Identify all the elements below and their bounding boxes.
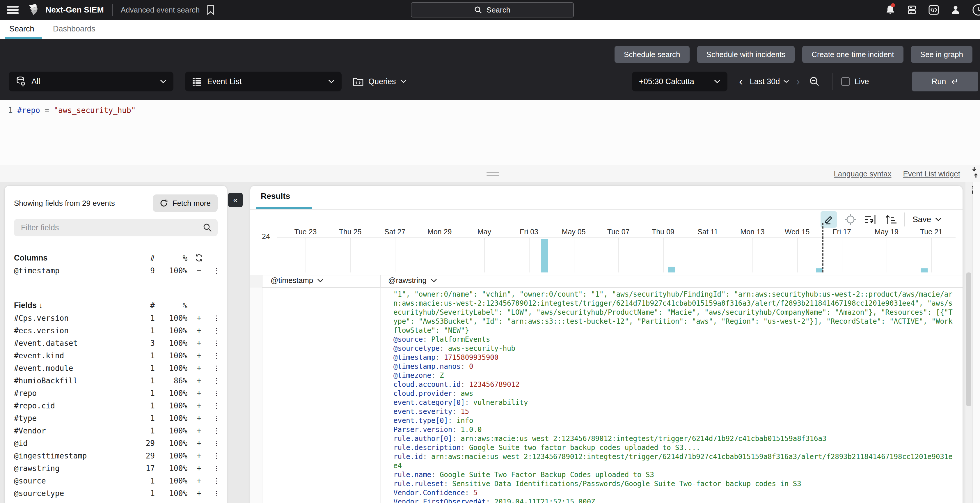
field-menu-icon[interactable]: ⋮: [211, 314, 222, 322]
field-menu-icon[interactable]: ⋮: [211, 364, 222, 372]
resize-handle[interactable]: [487, 172, 499, 178]
notifications-icon[interactable]: [885, 4, 896, 16]
field-menu-icon[interactable]: ⋮: [211, 267, 222, 275]
event-field-key[interactable]: cloud.account.id: [393, 380, 461, 388]
global-search-button[interactable]: Search: [411, 2, 574, 18]
field-name[interactable]: #event.kind: [14, 351, 129, 360]
field-name[interactable]: @source: [14, 476, 129, 485]
apps-stack-icon[interactable]: [907, 5, 917, 15]
event-field-key[interactable]: @sourcetype: [393, 344, 440, 352]
tab-search[interactable]: Search: [9, 24, 34, 33]
field-name[interactable]: #event.dataset: [14, 339, 129, 347]
field-name[interactable]: @timestamp.nanos: [14, 501, 129, 503]
event-field-key[interactable]: rule.id: [393, 453, 423, 461]
tab-results[interactable]: Results: [261, 191, 290, 201]
timezone-dropdown[interactable]: +05:30 Calcutta: [632, 72, 727, 91]
event-field-key[interactable]: event.category[0]: [393, 398, 465, 407]
filter-fields-input[interactable]: [20, 223, 203, 233]
collapse-vertical-icon[interactable]: [971, 167, 980, 178]
code-box-icon[interactable]: [928, 5, 939, 15]
field-menu-icon[interactable]: ⋮: [211, 464, 222, 473]
event-field-value[interactable]: PlatformEvents: [431, 335, 490, 344]
view-type-dropdown[interactable]: Event List: [185, 72, 342, 91]
event-field-value[interactable]: arn:aws:macie:us-west-2:123456789012:int…: [393, 453, 953, 470]
event-field-key[interactable]: rule.name: [393, 471, 431, 479]
fields-title[interactable]: Fields ↓: [14, 301, 129, 310]
schedule-search-button[interactable]: Schedule search: [614, 46, 690, 63]
sort-order-tool-button[interactable]: [885, 214, 897, 225]
sync-columns-icon[interactable]: [188, 253, 211, 262]
field-name[interactable]: #ecs.version: [14, 326, 129, 335]
event-field-value[interactable]: Google Suite two-factor backup codes upl…: [469, 444, 700, 452]
event-field-value[interactable]: 1.0.0: [461, 425, 482, 434]
save-dropdown-button[interactable]: Save: [913, 215, 942, 224]
event-field-value[interactable]: vulnerability: [473, 398, 528, 407]
field-menu-icon[interactable]: ⋮: [211, 326, 222, 335]
time-range-forward-button[interactable]: ›: [792, 72, 803, 91]
results-scrollbar-thumb[interactable]: [966, 272, 971, 406]
query-editor[interactable]: 1 #repo = "aws_security_hub": [0, 100, 980, 165]
add-column-button[interactable]: +: [188, 451, 211, 461]
field-menu-icon[interactable]: ⋮: [211, 489, 222, 497]
see-in-graph-button[interactable]: See in graph: [911, 46, 972, 63]
event-field-key[interactable]: @timezone: [393, 371, 431, 380]
field-name[interactable]: @rawstring: [14, 464, 129, 473]
chart-bar[interactable]: [921, 268, 928, 272]
chart-bar[interactable]: [541, 239, 548, 272]
add-column-button[interactable]: +: [188, 413, 211, 423]
tab-dashboards[interactable]: Dashboards: [53, 24, 95, 33]
remove-column-button[interactable]: −: [188, 266, 211, 275]
field-menu-icon[interactable]: ⋮: [211, 414, 222, 422]
event-field-key[interactable]: cloud.provider: [393, 390, 452, 398]
event-field-value[interactable]: Sensitive Data Identifications/Passwords…: [452, 480, 801, 488]
crowdstrike-logo-icon[interactable]: [27, 3, 40, 16]
event-field-value[interactable]: aws: [461, 390, 473, 398]
event-row-content[interactable]: "1", "owner:0/name": "vchin", "owner:0/c…: [393, 290, 953, 503]
add-column-button[interactable]: +: [188, 326, 211, 336]
field-menu-icon[interactable]: ⋮: [211, 427, 222, 435]
field-name[interactable]: @timestamp: [14, 266, 129, 275]
event-field-value[interactable]: aws-security-hub: [448, 344, 515, 352]
field-menu-icon[interactable]: ⋮: [211, 439, 222, 447]
add-column-button[interactable]: +: [188, 501, 211, 503]
add-column-button[interactable]: +: [188, 401, 211, 411]
event-field-key[interactable]: @timestamp.nanos: [393, 362, 461, 371]
event-field-key[interactable]: event.severity: [393, 407, 452, 415]
event-field-value[interactable]: info: [457, 417, 473, 425]
event-list-widget-link[interactable]: Event List widget: [903, 169, 960, 178]
event-field-value[interactable]: 123456789012: [469, 380, 519, 388]
event-field-value[interactable]: 5: [473, 489, 477, 497]
chart-bar[interactable]: [668, 267, 675, 272]
event-field-key[interactable]: rule.author[0]: [393, 435, 452, 443]
column-header-timestamp[interactable]: @timestamp: [270, 276, 324, 285]
user-profile-icon[interactable]: [950, 5, 961, 15]
event-field-key[interactable]: @source: [393, 335, 423, 344]
field-menu-icon[interactable]: ⋮: [211, 402, 222, 410]
run-button[interactable]: Run ↵: [912, 72, 978, 91]
event-field-key[interactable]: Vendor.FirstObservedAt: [393, 498, 486, 503]
field-menu-icon[interactable]: ⋮: [211, 339, 222, 347]
column-header-rawstring[interactable]: @rawstring: [388, 276, 437, 285]
add-column-button[interactable]: +: [188, 338, 211, 348]
time-range-dropdown[interactable]: Last 30d: [750, 77, 789, 86]
repository-filter-dropdown[interactable]: All: [9, 72, 173, 91]
chart-selection-marker[interactable]: [822, 223, 824, 272]
field-name[interactable]: #event.module: [14, 364, 129, 372]
field-name[interactable]: #repo.cid: [14, 401, 129, 410]
queries-menu-button[interactable]: Queries: [353, 72, 406, 91]
field-menu-icon[interactable]: ⋮: [211, 377, 222, 385]
event-field-value[interactable]: 2019-04-11T21:52:15.000Z: [494, 498, 595, 503]
schedule-with-incidents-button[interactable]: Schedule with incidents: [697, 46, 795, 63]
add-column-button[interactable]: +: [188, 463, 211, 473]
field-name[interactable]: @sourcetype: [14, 489, 129, 498]
add-column-button[interactable]: +: [188, 388, 211, 398]
event-field-value[interactable]: 0: [469, 362, 473, 371]
menu-icon[interactable]: [7, 6, 19, 14]
field-menu-icon[interactable]: ⋮: [211, 502, 222, 503]
fetch-more-button[interactable]: Fetch more: [153, 194, 218, 212]
time-range-back-button[interactable]: ‹: [736, 72, 746, 91]
event-field-key[interactable]: @timestamp: [393, 353, 436, 361]
add-column-button[interactable]: +: [188, 438, 211, 448]
field-name[interactable]: #Vendor: [14, 427, 129, 435]
clock-icon[interactable]: [972, 3, 980, 16]
